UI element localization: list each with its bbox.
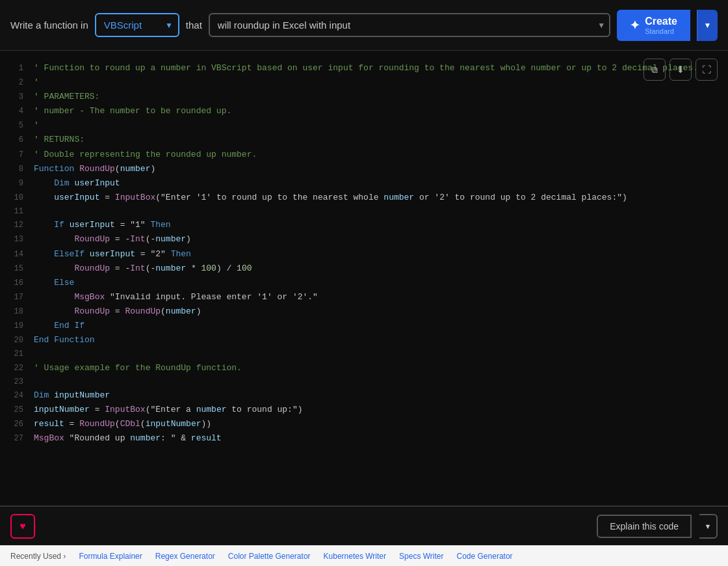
code-line: 22' Usage example for the RoundUp functi… <box>0 361 728 375</box>
code-line: 14 ElseIf userInput = "2" Then <box>0 247 728 262</box>
download-icon: ⬇ <box>677 64 684 75</box>
heart-button[interactable]: ♥ <box>10 514 35 539</box>
line-code: ' <box>34 75 39 90</box>
line-number: 8 <box>0 163 23 176</box>
code-line: 4' number - The number to be rounded up. <box>0 104 728 118</box>
code-toolbar: ⧉ ⬇ ⛶ <box>644 59 718 81</box>
code-line: 19 End If <box>0 319 728 333</box>
create-sparkle-icon: ✦ <box>630 18 640 33</box>
line-number: 27 <box>0 432 23 445</box>
download-button[interactable]: ⬇ <box>670 59 692 81</box>
line-number: 24 <box>0 389 23 402</box>
explain-chevron-icon: ▼ <box>705 522 712 530</box>
line-number: 3 <box>0 90 23 103</box>
expand-icon: ⛶ <box>702 64 711 75</box>
line-number: 12 <box>0 219 23 232</box>
line-number: 7 <box>0 148 23 161</box>
explain-dropdown-button[interactable]: ▼ <box>699 514 718 539</box>
footer-link-formula-explainer[interactable]: Formula Explainer <box>79 552 142 561</box>
bottom-bar: ♥ Explain this code ▼ <box>0 506 728 545</box>
footer-link-specs-writer[interactable]: Specs Writer <box>399 552 443 561</box>
code-line: 10 userInput = InputBox("Enter '1' to ro… <box>0 191 728 205</box>
footer-link-code-generator[interactable]: Code Generator <box>457 552 513 561</box>
line-code: RoundUp = RoundUp(number) <box>34 304 201 319</box>
line-number: 5 <box>0 119 23 132</box>
footer-link-kubernetes-writer[interactable]: Kubernetes Writer <box>324 552 387 561</box>
line-number: 10 <box>0 191 23 204</box>
prefix-label: Write a function in <box>10 20 88 31</box>
create-button-main-label: Create <box>645 15 677 27</box>
code-line: 26result = RoundUp(CDbl(inputNumber)) <box>0 417 728 431</box>
line-code: ' Double representing the rounded up num… <box>34 148 257 162</box>
connector-label: that <box>186 20 202 31</box>
code-line: 23 <box>0 375 728 388</box>
line-code: Dim inputNumber <box>34 388 110 403</box>
prompt-input-wrapper: ▼ <box>209 13 610 37</box>
line-number: 18 <box>0 305 23 318</box>
line-code: MsgBox "Invalid input. Please enter '1' … <box>34 290 318 304</box>
line-code: End If <box>34 319 84 333</box>
footer-link-color-palette-generator[interactable]: Color Palette Generator <box>228 552 311 561</box>
copy-button[interactable]: ⧉ <box>644 59 666 81</box>
line-number: 13 <box>0 233 23 246</box>
code-line: 27MsgBox "Rounded up number: " & result <box>0 431 728 446</box>
code-line: 6' RETURNS: <box>0 133 728 147</box>
line-number: 4 <box>0 105 23 118</box>
recently-used-label: Recently Used › <box>10 552 66 561</box>
code-line: 16 Else <box>0 276 728 290</box>
code-block: 1' Function to round up a number in VBSc… <box>0 51 728 505</box>
code-line: 9 Dim userInput <box>0 176 728 191</box>
code-line: 11 <box>0 205 728 218</box>
line-number: 20 <box>0 334 23 347</box>
line-number: 23 <box>0 375 23 388</box>
heart-icon: ♥ <box>20 520 26 532</box>
line-code: ' Usage example for the RoundUp function… <box>34 361 242 375</box>
header: Write a function in VBScript JavaScript … <box>0 0 728 51</box>
create-button-sub-label: Standard <box>645 27 674 35</box>
line-code: ' number - The number to be rounded up. <box>34 104 231 118</box>
line-code: RoundUp = -Int(-number * 100) / 100 <box>34 262 252 276</box>
line-code: Else <box>34 276 74 290</box>
line-code: ' Function to round up a number in VBScr… <box>34 61 698 75</box>
create-button[interactable]: ✦ Create Standard <box>617 10 690 41</box>
footer-link-regex-generator[interactable]: Regex Generator <box>155 552 215 561</box>
line-number: 1 <box>0 62 23 75</box>
code-area: ⧉ ⬇ ⛶ 1' Function to round up a number i… <box>0 51 728 505</box>
line-number: 15 <box>0 262 23 275</box>
code-line: 17 MsgBox "Invalid input. Please enter '… <box>0 290 728 304</box>
line-code: If userInput = "1" Then <box>34 218 171 232</box>
line-number: 21 <box>0 347 23 360</box>
line-number: 19 <box>0 319 23 332</box>
code-line: 1' Function to round up a number in VBSc… <box>0 61 728 75</box>
line-code: MsgBox "Rounded up number: " & result <box>34 431 222 446</box>
line-code: inputNumber = InputBox("Enter a number t… <box>34 403 303 417</box>
language-selector-wrapper[interactable]: VBScript JavaScript Python ▼ <box>95 13 179 37</box>
create-dropdown-button[interactable]: ▼ <box>697 10 718 41</box>
prompt-input[interactable] <box>209 13 610 37</box>
line-code: Dim userInput <box>34 176 120 191</box>
line-number: 6 <box>0 133 23 146</box>
code-line: 8Function RoundUp(number) <box>0 162 728 176</box>
line-code: ' RETURNS: <box>34 133 84 147</box>
code-line: 24Dim inputNumber <box>0 388 728 403</box>
code-line: 5' <box>0 118 728 133</box>
line-number: 14 <box>0 248 23 261</box>
line-code: result = RoundUp(CDbl(inputNumber)) <box>34 417 211 431</box>
copy-icon: ⧉ <box>651 64 658 75</box>
code-line: 13 RoundUp = -Int(-number) <box>0 232 728 247</box>
line-code: Function RoundUp(number) <box>34 162 155 176</box>
line-code: ' PARAMETERS: <box>34 90 99 104</box>
line-code: ElseIf userInput = "2" Then <box>34 247 191 262</box>
code-line: 7' Double representing the rounded up nu… <box>0 148 728 162</box>
code-line: 12 If userInput = "1" Then <box>0 218 728 232</box>
code-line: 20End Function <box>0 333 728 347</box>
code-line: 18 RoundUp = RoundUp(number) <box>0 304 728 319</box>
expand-button[interactable]: ⛶ <box>696 59 718 81</box>
line-number: 22 <box>0 362 23 375</box>
line-code: End Function <box>34 333 95 347</box>
language-select[interactable]: VBScript JavaScript Python <box>95 13 179 37</box>
explain-button[interactable]: Explain this code <box>597 515 692 538</box>
line-code: ' <box>34 118 39 133</box>
code-line: 2' <box>0 75 728 90</box>
code-line: 25inputNumber = InputBox("Enter a number… <box>0 403 728 417</box>
